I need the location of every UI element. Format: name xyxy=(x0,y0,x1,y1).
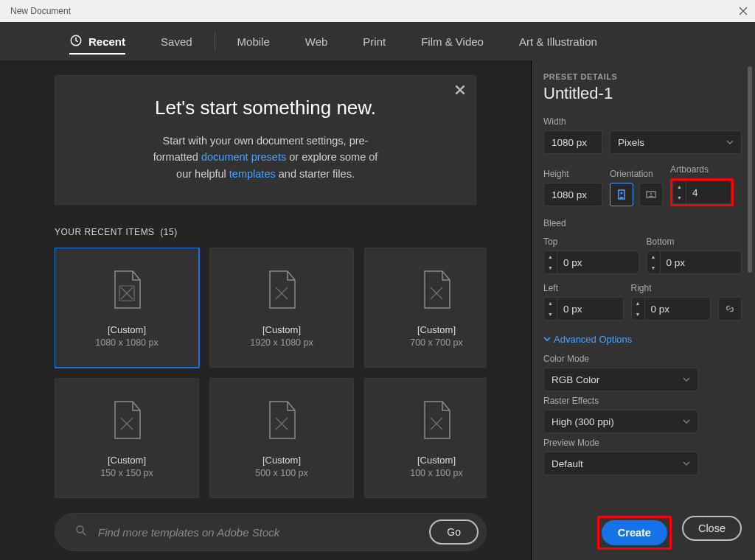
preview-mode-select[interactable]: Default xyxy=(543,452,698,475)
document-presets-link[interactable]: document presets xyxy=(201,151,286,163)
templates-link[interactable]: templates xyxy=(229,168,276,180)
recent-items-grid: [Custom] 1080 x 1080 px [Custom] 1920 x … xyxy=(55,248,487,498)
preset-card[interactable]: [Custom] 500 x 100 px xyxy=(209,378,354,498)
width-label: Width xyxy=(543,116,742,127)
stepper-down-icon[interactable]: ▼ xyxy=(673,192,686,203)
document-icon xyxy=(109,399,145,444)
preset-details-panel: PRESET DETAILS Untitled-1 Width 1080 px … xyxy=(531,60,755,560)
left-panel: Let's start something new. Start with yo… xyxy=(0,60,531,560)
preset-label: [Custom] xyxy=(262,324,301,335)
artboards-label: Artboards xyxy=(670,164,734,175)
artboards-field-highlight: ▲▼ 4 xyxy=(670,178,734,206)
chevron-down-icon xyxy=(683,458,690,469)
tab-web[interactable]: Web xyxy=(288,22,346,60)
preset-size: 1920 x 1080 px xyxy=(250,337,313,348)
advanced-options-toggle[interactable]: Advanced Options xyxy=(543,334,742,345)
tab-print[interactable]: Print xyxy=(345,22,403,60)
create-button-highlight: Create xyxy=(597,516,672,550)
bleed-bottom-label: Bottom xyxy=(647,237,742,247)
tab-divider xyxy=(215,32,215,51)
scrollbar[interactable] xyxy=(748,66,752,273)
document-icon xyxy=(264,399,299,444)
raster-effects-select[interactable]: High (300 ppi) xyxy=(543,410,698,433)
search-placeholder: Find more templates on Adobe Stock xyxy=(98,526,419,539)
banner-text: Start with your own document settings, p… xyxy=(111,133,420,182)
width-input[interactable]: 1080 px xyxy=(543,130,602,154)
svg-point-1 xyxy=(77,526,83,533)
preview-mode-label: Preview Mode xyxy=(543,438,742,448)
tab-label: Print xyxy=(363,35,386,48)
document-icon xyxy=(419,399,454,444)
go-button[interactable]: Go xyxy=(429,519,479,545)
document-icon xyxy=(109,268,145,314)
orientation-landscape-button[interactable] xyxy=(639,183,663,206)
document-icon xyxy=(264,268,299,314)
link-bleed-button[interactable] xyxy=(718,297,742,321)
document-icon xyxy=(419,268,454,314)
stepper-up-icon[interactable]: ▲ xyxy=(673,181,686,192)
height-input[interactable]: 1080 px xyxy=(543,183,602,206)
raster-effects-label: Raster Effects xyxy=(543,396,742,406)
color-mode-select[interactable]: RGB Color xyxy=(543,368,698,391)
preset-card[interactable]: [Custom] 100 x 100 px xyxy=(364,378,487,498)
welcome-banner: Let's start something new. Start with yo… xyxy=(55,75,476,205)
artboards-input[interactable]: 4 xyxy=(686,181,731,204)
bleed-top-input[interactable]: ▲▼0 px xyxy=(543,251,639,274)
dialog-footer: Create Close xyxy=(543,507,742,550)
svg-point-5 xyxy=(650,193,652,195)
adobe-stock-search[interactable]: Find more templates on Adobe Stock Go xyxy=(55,513,487,551)
banner-close-button[interactable] xyxy=(453,83,467,99)
preset-size: 500 x 100 px xyxy=(255,468,308,478)
tab-saved[interactable]: Saved xyxy=(143,22,210,60)
close-button[interactable]: Close xyxy=(682,516,742,541)
tab-label: Art & Illustration xyxy=(519,35,597,48)
window-title: New Document xyxy=(6,6,71,16)
clock-icon xyxy=(69,34,83,49)
portrait-icon xyxy=(616,189,627,200)
window-titlebar: New Document xyxy=(0,0,755,22)
chevron-down-icon xyxy=(683,374,690,385)
tab-mobile[interactable]: Mobile xyxy=(220,22,288,60)
height-label: Height xyxy=(543,169,602,179)
bleed-right-input[interactable]: ▲▼0 px xyxy=(631,297,711,321)
preset-label: [Custom] xyxy=(417,324,456,335)
document-name-input[interactable]: Untitled-1 xyxy=(543,84,742,103)
tab-label: Film & Video xyxy=(421,35,484,48)
units-select[interactable]: Pixels xyxy=(610,130,742,154)
tab-recent[interactable]: Recent xyxy=(52,22,143,60)
preset-details-header: PRESET DETAILS xyxy=(543,72,742,81)
window-close-button[interactable] xyxy=(737,5,749,17)
artboards-stepper[interactable]: ▲▼ xyxy=(672,181,686,204)
preset-label: [Custom] xyxy=(262,455,301,466)
banner-title: Let's start something new. xyxy=(85,97,446,119)
tab-label: Saved xyxy=(161,35,192,48)
link-icon xyxy=(725,304,735,314)
preset-card[interactable]: [Custom] 700 x 700 px xyxy=(364,248,487,368)
preset-size: 150 x 150 px xyxy=(100,468,153,478)
preset-card[interactable]: [Custom] 150 x 150 px xyxy=(55,378,199,498)
recent-items-header: YOUR RECENT ITEMS (15) xyxy=(55,227,531,237)
bleed-bottom-input[interactable]: ▲▼0 px xyxy=(647,251,742,274)
chevron-down-icon xyxy=(543,334,551,345)
search-icon xyxy=(74,524,88,540)
preset-card[interactable]: [Custom] 1920 x 1080 px xyxy=(209,248,354,368)
chevron-down-icon xyxy=(726,137,734,148)
color-mode-label: Color Mode xyxy=(543,354,742,364)
preset-card[interactable]: [Custom] 1080 x 1080 px xyxy=(55,248,199,368)
preset-size: 100 x 100 px xyxy=(410,468,463,478)
create-button[interactable]: Create xyxy=(602,520,667,545)
tab-label: Recent xyxy=(88,35,125,48)
close-icon xyxy=(453,83,467,97)
orientation-portrait-button[interactable] xyxy=(610,183,633,206)
tab-art-illustration[interactable]: Art & Illustration xyxy=(501,22,615,60)
category-tabs: Recent Saved Mobile Web Print Film & Vid… xyxy=(0,22,755,60)
orientation-label: Orientation xyxy=(610,169,663,179)
bleed-right-label: Right xyxy=(631,283,711,293)
preset-label: [Custom] xyxy=(108,455,146,466)
tab-film-video[interactable]: Film & Video xyxy=(403,22,501,60)
bleed-left-input[interactable]: ▲▼0 px xyxy=(543,297,624,321)
close-icon xyxy=(737,5,749,17)
preset-label: [Custom] xyxy=(417,455,456,466)
preset-size: 700 x 700 px xyxy=(410,337,463,348)
bleed-label: Bleed xyxy=(543,218,742,228)
